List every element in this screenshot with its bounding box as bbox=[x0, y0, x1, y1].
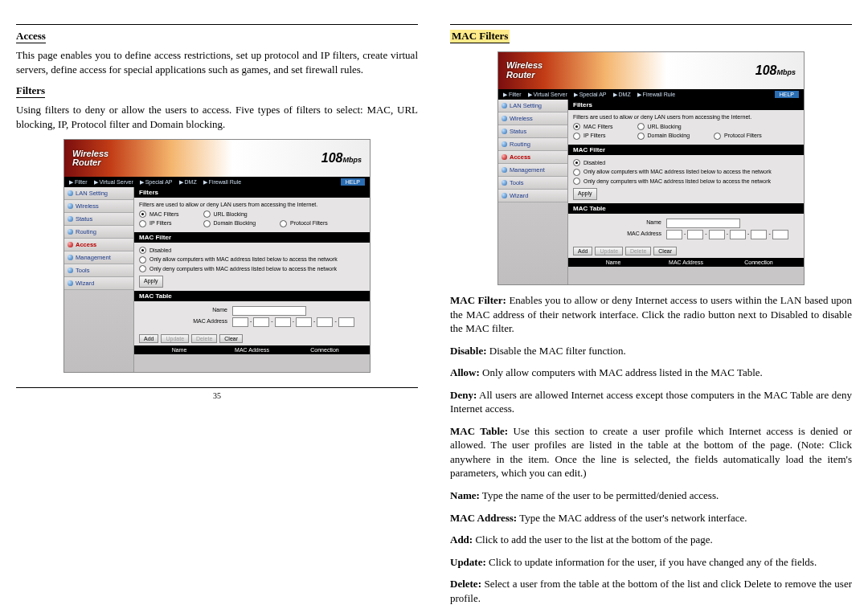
router-sidebar: LAN Setting Wireless Status Routing Acce… bbox=[64, 187, 134, 372]
add-button[interactable]: Add bbox=[139, 334, 158, 343]
update-desc: Update: Click to update information for … bbox=[450, 555, 852, 570]
sidebar-item-routing[interactable]: Routing bbox=[64, 226, 133, 239]
sidebar-item-access[interactable]: Access bbox=[64, 239, 133, 251]
radio-proto[interactable] bbox=[280, 220, 287, 227]
radio-url[interactable] bbox=[203, 210, 211, 218]
filters-note: Filters are used to allow or deny LAN us… bbox=[139, 201, 365, 210]
router-nav[interactable]: ▶ Filter▶ Virtual Server▶ Special AP▶ DM… bbox=[69, 179, 248, 186]
radio-domain[interactable] bbox=[203, 220, 211, 227]
name-desc: Name: Type the name of the user to be pe… bbox=[450, 488, 852, 503]
mactable-panel-head: MAC Table bbox=[134, 291, 370, 301]
router-nav[interactable]: ▶ Filter▶ Virtual Server▶ Special AP▶ DM… bbox=[503, 92, 682, 98]
sidebar-item-wizard[interactable]: Wizard bbox=[64, 277, 133, 290]
sidebar-item-management[interactable]: Management bbox=[498, 164, 567, 177]
sidebar-item-wireless[interactable]: Wireless bbox=[498, 112, 567, 125]
disable-desc: Disable: Disable the MAC filter function… bbox=[450, 344, 852, 358]
update-button[interactable]: Update bbox=[161, 334, 189, 343]
left-page: Access This page enables you to define a… bbox=[16, 24, 418, 613]
sidebar-item-status[interactable]: Status bbox=[64, 213, 133, 226]
radio-allow[interactable] bbox=[139, 256, 146, 264]
radio-mac[interactable] bbox=[139, 210, 146, 218]
right-page: MAC Filters WirelessRouter 108Mbps ▶ Fil… bbox=[450, 24, 852, 613]
deny-desc: Deny: All users are allowed Internet acc… bbox=[450, 388, 852, 416]
delete-desc: Delete: Select a user from the table at … bbox=[450, 577, 852, 605]
filters-body: Using filters to deny or allow the users… bbox=[16, 103, 418, 131]
mac-table-header: Name MAC Address Connection bbox=[134, 345, 370, 354]
sidebar-item-wireless[interactable]: Wireless bbox=[64, 200, 133, 213]
heading-macfilters: MAC Filters bbox=[450, 30, 510, 43]
router-screenshot-right: WirelessRouter 108Mbps ▶ Filter▶ Virtual… bbox=[497, 51, 805, 285]
filters-panel-head: Filters bbox=[134, 187, 370, 198]
macfilter-desc: MAC Filter: Enables you to allow or deny… bbox=[450, 293, 852, 336]
heading-filters: Filters bbox=[16, 84, 45, 98]
access-body: This page enables you to define access r… bbox=[16, 48, 418, 76]
allow-desc: Allow: Only allow computers with MAC add… bbox=[450, 366, 852, 380]
help-button[interactable]: HELP bbox=[341, 178, 365, 186]
heading-access: Access bbox=[16, 30, 46, 43]
sidebar-item-routing[interactable]: Routing bbox=[498, 138, 567, 151]
macfilter-panel-head: MAC Filter bbox=[134, 232, 370, 243]
radio-disabled[interactable] bbox=[139, 247, 146, 254]
sidebar-item-tools[interactable]: Tools bbox=[498, 177, 567, 190]
sidebar-item-access[interactable]: Access bbox=[498, 151, 567, 164]
delete-button[interactable]: Delete bbox=[191, 334, 217, 343]
sidebar-item-lan[interactable]: LAN Setting bbox=[64, 187, 133, 200]
sidebar-item-status[interactable]: Status bbox=[498, 125, 567, 138]
name-input[interactable] bbox=[232, 306, 306, 316]
router-screenshot-left: WirelessRouter 108Mbps ▶ Filter▶ Virtual… bbox=[63, 139, 371, 373]
mactable-desc: MAC Table: Use this section to create a … bbox=[450, 424, 852, 480]
mac-input[interactable]: ----- bbox=[232, 317, 354, 327]
sidebar-item-wizard[interactable]: Wizard bbox=[498, 190, 567, 202]
sidebar-item-lan[interactable]: LAN Setting bbox=[498, 100, 567, 112]
macaddr-desc: MAC Address: Type the MAC address of the… bbox=[450, 511, 852, 525]
sidebar-item-tools[interactable]: Tools bbox=[64, 264, 133, 277]
radio-deny[interactable] bbox=[139, 265, 146, 272]
clear-button[interactable]: Clear bbox=[219, 334, 243, 343]
add-desc: Add: Click to add the user to the list a… bbox=[450, 533, 852, 547]
radio-ip[interactable] bbox=[139, 220, 146, 227]
apply-button[interactable]: Apply bbox=[139, 276, 163, 288]
help-button[interactable]: HELP bbox=[775, 91, 799, 98]
page-number-left: 35 bbox=[16, 391, 418, 400]
sidebar-item-management[interactable]: Management bbox=[64, 251, 133, 264]
